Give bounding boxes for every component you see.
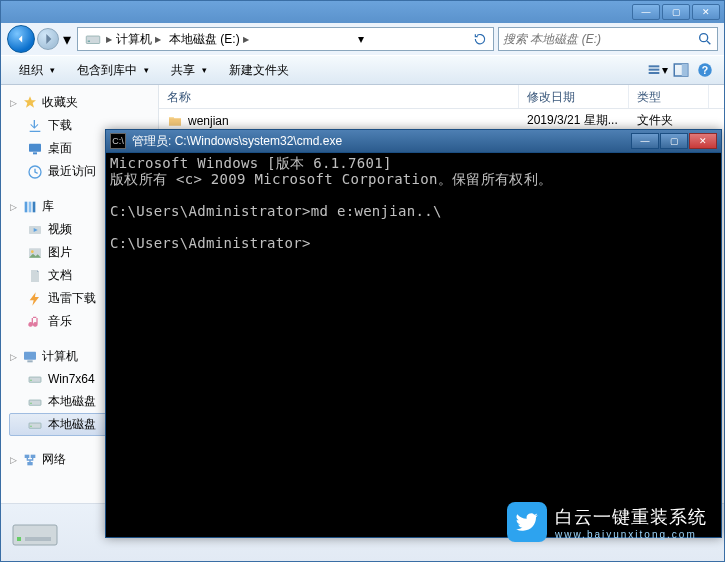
group-label: 计算机: [42, 348, 78, 365]
search-input[interactable]: [503, 32, 697, 46]
group-label: 网络: [42, 451, 66, 468]
cmd-terminal-output[interactable]: Microsoft Windows [版本 6.1.7601] 版权所有 <c>…: [106, 153, 721, 537]
svg-rect-3: [649, 65, 660, 67]
svg-point-18: [31, 250, 34, 253]
drive-large-icon: [11, 513, 59, 553]
star-icon: [22, 95, 38, 111]
item-label: 最近访问: [48, 163, 96, 180]
breadcrumb-label: 本地磁盘 (E:): [169, 31, 240, 48]
column-header-name[interactable]: 名称: [159, 85, 519, 108]
library-icon: [22, 199, 38, 215]
drive-icon: [27, 417, 43, 433]
thunder-icon: [27, 291, 43, 307]
cmd-window: C:\ 管理员: C:\Windows\system32\cmd.exe — ▢…: [105, 129, 722, 538]
svg-rect-27: [25, 454, 30, 457]
item-label: Win7x64: [48, 372, 95, 386]
item-label: 音乐: [48, 313, 72, 330]
svg-rect-5: [649, 72, 660, 74]
arrow-left-icon: [14, 32, 28, 46]
breadcrumb-computer[interactable]: 计算机▶: [112, 29, 165, 50]
cmd-titlebar[interactable]: C:\ 管理员: C:\Windows\system32\cmd.exe — ▢…: [106, 130, 721, 153]
window-maximize-button[interactable]: ▢: [662, 4, 690, 20]
column-header-type[interactable]: 类型: [629, 85, 709, 108]
svg-rect-0: [86, 36, 100, 44]
item-label: 本地磁盘: [48, 393, 96, 410]
item-label: 下载: [48, 117, 72, 134]
address-dropdown-button[interactable]: ▾: [350, 28, 372, 50]
video-icon: [27, 222, 43, 238]
window-minimize-button[interactable]: —: [632, 4, 660, 20]
view-icon: [646, 61, 662, 79]
cmd-icon: C:\: [110, 133, 126, 149]
item-label: 视频: [48, 221, 72, 238]
svg-rect-14: [29, 201, 32, 212]
breadcrumb-drive[interactable]: 本地磁盘 (E:)▶: [165, 29, 253, 50]
item-label: 迅雷下载: [48, 290, 96, 307]
drive-icon: [27, 394, 43, 410]
document-icon: [27, 268, 43, 284]
help-icon: ?: [696, 61, 714, 79]
cmd-minimize-button[interactable]: —: [631, 133, 659, 149]
svg-point-2: [700, 34, 708, 42]
view-options-button[interactable]: ▾: [646, 59, 668, 81]
watermark-subtext: www.baiyunxitong.com: [555, 529, 707, 540]
refresh-button[interactable]: [469, 28, 491, 50]
nav-back-button[interactable]: [7, 25, 35, 53]
item-label: 文档: [48, 267, 72, 284]
address-bar[interactable]: ▶ 计算机▶ 本地磁盘 (E:)▶ ▾: [77, 27, 494, 51]
file-name: wenjian: [188, 114, 229, 128]
help-button[interactable]: ?: [694, 59, 716, 81]
recent-icon: [27, 164, 43, 180]
svg-rect-15: [33, 201, 36, 212]
svg-rect-20: [27, 360, 32, 362]
watermark-text: 白云一键重装系统: [555, 507, 707, 527]
file-date: 2019/3/21 星期...: [527, 112, 618, 129]
watermark: 白云一键重装系统 www.baiyunxitong.com: [507, 502, 707, 542]
disclosure-icon: ▷: [9, 455, 18, 465]
column-header-date[interactable]: 修改日期: [519, 85, 629, 108]
pane-icon: [672, 61, 690, 79]
desktop-icon: [27, 141, 43, 157]
share-button[interactable]: 共享: [161, 58, 217, 83]
new-folder-button[interactable]: 新建文件夹: [219, 58, 299, 83]
group-label: 收藏夹: [42, 94, 78, 111]
svg-rect-22: [30, 380, 31, 381]
organize-button[interactable]: 组织: [9, 58, 65, 83]
include-in-library-button[interactable]: 包含到库中: [67, 58, 159, 83]
watermark-badge-icon: [507, 502, 547, 542]
file-type: 文件夹: [637, 112, 673, 129]
favorites-group[interactable]: ▷ 收藏夹: [9, 91, 158, 114]
nav-history-dropdown[interactable]: ▾: [61, 28, 73, 50]
search-icon[interactable]: [697, 31, 713, 47]
svg-rect-26: [30, 425, 31, 426]
network-icon: [22, 452, 38, 468]
item-label: 桌面: [48, 140, 72, 157]
command-toolbar: 组织 包含到库中 共享 新建文件夹 ▾ ?: [1, 55, 724, 85]
chevron-right-icon: ▶: [155, 35, 161, 44]
item-label: 本地磁盘: [48, 416, 96, 433]
svg-text:?: ?: [702, 64, 708, 76]
disclosure-icon: ▷: [9, 352, 18, 362]
chevron-right-icon: ▶: [243, 35, 249, 44]
cmd-title-text: 管理员: C:\Windows\system32\cmd.exe: [132, 133, 631, 150]
computer-icon: [22, 349, 38, 365]
picture-icon: [27, 245, 43, 261]
item-label: 图片: [48, 244, 72, 261]
group-label: 库: [42, 198, 54, 215]
nav-forward-button[interactable]: [37, 28, 59, 50]
svg-rect-19: [24, 351, 36, 359]
cmd-close-button[interactable]: ✕: [689, 133, 717, 149]
svg-rect-7: [682, 64, 688, 76]
window-close-button[interactable]: ✕: [692, 4, 720, 20]
svg-rect-4: [649, 69, 660, 71]
column-headers: 名称 修改日期 类型: [159, 85, 724, 109]
preview-pane-button[interactable]: [670, 59, 692, 81]
svg-rect-10: [29, 143, 41, 151]
svg-rect-32: [25, 537, 51, 541]
svg-rect-1: [88, 41, 90, 43]
disclosure-icon: ▷: [9, 98, 18, 108]
search-box[interactable]: [498, 27, 718, 51]
svg-rect-30: [13, 525, 57, 545]
svg-rect-24: [30, 402, 31, 403]
cmd-maximize-button[interactable]: ▢: [660, 133, 688, 149]
